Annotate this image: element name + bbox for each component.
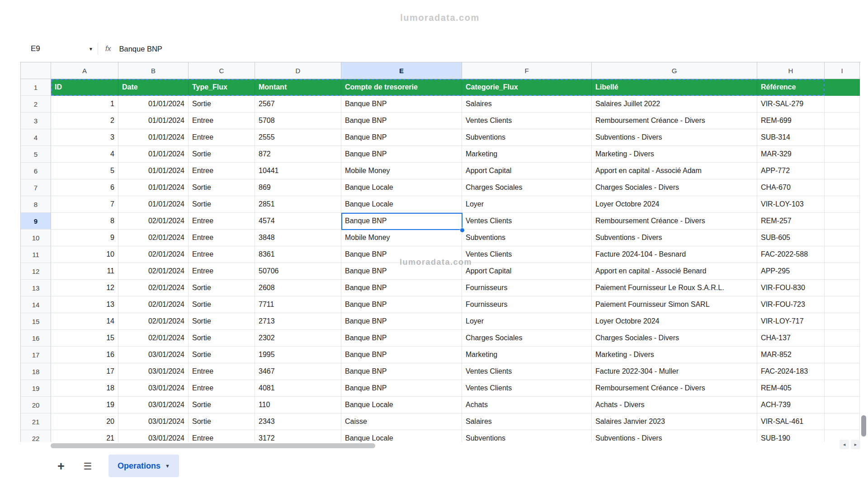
row-header-12[interactable]: 12: [21, 263, 51, 280]
column-header-I[interactable]: I: [825, 62, 860, 79]
cell-I2[interactable]: [825, 96, 860, 113]
cell-F16[interactable]: Charges Sociales: [462, 330, 592, 347]
row-header-20[interactable]: 20: [21, 397, 51, 413]
cell-H16[interactable]: CHA-137: [757, 330, 825, 347]
cell-F10[interactable]: Subventions: [462, 230, 592, 246]
cell-E9[interactable]: Banque BNP: [341, 213, 462, 230]
cell-G8[interactable]: Loyer Octobre 2024: [592, 196, 757, 213]
cell-D21[interactable]: 2343: [255, 413, 341, 430]
cell-C9[interactable]: Entree: [189, 213, 255, 230]
cell-B9[interactable]: 02/01/2024: [118, 213, 189, 230]
cell-D16[interactable]: 2302: [255, 330, 341, 347]
cell-G20[interactable]: Achats - Divers: [592, 397, 757, 413]
cell-E1[interactable]: Compte de tresorerie: [341, 79, 462, 96]
cell-A19[interactable]: 18: [51, 380, 118, 397]
cell-F6[interactable]: Apport Capital: [462, 163, 592, 179]
cell-E15[interactable]: Banque BNP: [341, 313, 462, 330]
chevron-down-icon[interactable]: ▼: [89, 47, 93, 52]
cell-C14[interactable]: Sortie: [189, 296, 255, 313]
cell-D5[interactable]: 872: [255, 146, 341, 163]
cell-D18[interactable]: 3467: [255, 363, 341, 380]
cell-C21[interactable]: Sortie: [189, 413, 255, 430]
row-header-15[interactable]: 15: [21, 313, 51, 330]
cell-G6[interactable]: Apport en capital - Associé Adam: [592, 163, 757, 179]
cell-I19[interactable]: [825, 380, 860, 397]
cell-D15[interactable]: 2713: [255, 313, 341, 330]
cell-B22[interactable]: 03/01/2024: [118, 430, 189, 442]
cell-A13[interactable]: 12: [51, 280, 118, 296]
cell-G9[interactable]: Remboursement Créance - Divers: [592, 213, 757, 230]
cell-F12[interactable]: Apport Capital: [462, 263, 592, 280]
cell-I14[interactable]: [825, 296, 860, 313]
cell-B11[interactable]: 02/01/2024: [118, 246, 189, 263]
cell-H5[interactable]: MAR-329: [757, 146, 825, 163]
row-header-5[interactable]: 5: [21, 146, 51, 163]
cell-C8[interactable]: Sortie: [189, 196, 255, 213]
cell-D10[interactable]: 3848: [255, 230, 341, 246]
cell-H4[interactable]: SUB-314: [757, 129, 825, 146]
all-sheets-menu-icon[interactable]: ☰: [80, 458, 96, 474]
row-header-19[interactable]: 19: [21, 380, 51, 397]
cell-G13[interactable]: Paiement Fournisseur Le Roux S.A.R.L.: [592, 280, 757, 296]
cell-H15[interactable]: VIR-LOY-717: [757, 313, 825, 330]
cell-I18[interactable]: [825, 363, 860, 380]
cell-B6[interactable]: 01/01/2024: [118, 163, 189, 179]
cell-I6[interactable]: [825, 163, 860, 179]
add-sheet-icon[interactable]: +: [53, 458, 69, 474]
cell-H7[interactable]: CHA-670: [757, 179, 825, 196]
cell-C4[interactable]: Entree: [189, 129, 255, 146]
vertical-scrollbar-thumb[interactable]: [861, 415, 866, 436]
cell-G15[interactable]: Loyer Octobre 2024: [592, 313, 757, 330]
cell-H12[interactable]: APP-295: [757, 263, 825, 280]
cell-F22[interactable]: Subventions: [462, 430, 592, 442]
cell-G5[interactable]: Marketing - Divers: [592, 146, 757, 163]
horizontal-scrollbar-thumb[interactable]: [51, 443, 375, 448]
cell-E22[interactable]: Banque Locale: [341, 430, 462, 442]
row-header-7[interactable]: 7: [21, 179, 51, 196]
cell-A12[interactable]: 11: [51, 263, 118, 280]
row-header-1[interactable]: 1: [21, 79, 51, 96]
cell-F13[interactable]: Fournisseurs: [462, 280, 592, 296]
cell-B18[interactable]: 03/01/2024: [118, 363, 189, 380]
cell-A5[interactable]: 4: [51, 146, 118, 163]
cell-C6[interactable]: Entree: [189, 163, 255, 179]
cell-B20[interactable]: 03/01/2024: [118, 397, 189, 413]
cell-I4[interactable]: [825, 129, 860, 146]
cell-D7[interactable]: 869: [255, 179, 341, 196]
cell-E20[interactable]: Banque Locale: [341, 397, 462, 413]
cell-B13[interactable]: 02/01/2024: [118, 280, 189, 296]
cell-I5[interactable]: [825, 146, 860, 163]
cell-G12[interactable]: Apport en capital - Associé Benard: [592, 263, 757, 280]
row-header-21[interactable]: 21: [21, 413, 51, 430]
cell-G3[interactable]: Remboursement Créance - Divers: [592, 113, 757, 129]
name-box[interactable]: E9 ▼: [31, 44, 93, 53]
cell-D17[interactable]: 1995: [255, 347, 341, 363]
cell-F15[interactable]: Loyer: [462, 313, 592, 330]
cell-E19[interactable]: Banque BNP: [341, 380, 462, 397]
cell-F11[interactable]: Ventes Clients: [462, 246, 592, 263]
cell-B12[interactable]: 02/01/2024: [118, 263, 189, 280]
row-header-3[interactable]: 3: [21, 113, 51, 129]
row-header-17[interactable]: 17: [21, 347, 51, 363]
cell-C7[interactable]: Sortie: [189, 179, 255, 196]
formula-input[interactable]: Banque BNP: [119, 45, 162, 53]
cell-A17[interactable]: 16: [51, 347, 118, 363]
cell-D12[interactable]: 50706: [255, 263, 341, 280]
cell-F3[interactable]: Ventes Clients: [462, 113, 592, 129]
cell-F8[interactable]: Loyer: [462, 196, 592, 213]
cell-F2[interactable]: Salaires: [462, 96, 592, 113]
cell-B14[interactable]: 02/01/2024: [118, 296, 189, 313]
cell-B3[interactable]: 01/01/2024: [118, 113, 189, 129]
cell-G21[interactable]: Salaires Janvier 2023: [592, 413, 757, 430]
column-header-H[interactable]: H: [757, 62, 825, 79]
cell-B4[interactable]: 01/01/2024: [118, 129, 189, 146]
cell-H8[interactable]: VIR-LOY-103: [757, 196, 825, 213]
cell-A3[interactable]: 2: [51, 113, 118, 129]
cell-C10[interactable]: Entree: [189, 230, 255, 246]
cell-A21[interactable]: 20: [51, 413, 118, 430]
cell-H17[interactable]: MAR-852: [757, 347, 825, 363]
cell-C18[interactable]: Entree: [189, 363, 255, 380]
cell-B7[interactable]: 01/01/2024: [118, 179, 189, 196]
cell-F7[interactable]: Charges Sociales: [462, 179, 592, 196]
cell-E2[interactable]: Banque BNP: [341, 96, 462, 113]
